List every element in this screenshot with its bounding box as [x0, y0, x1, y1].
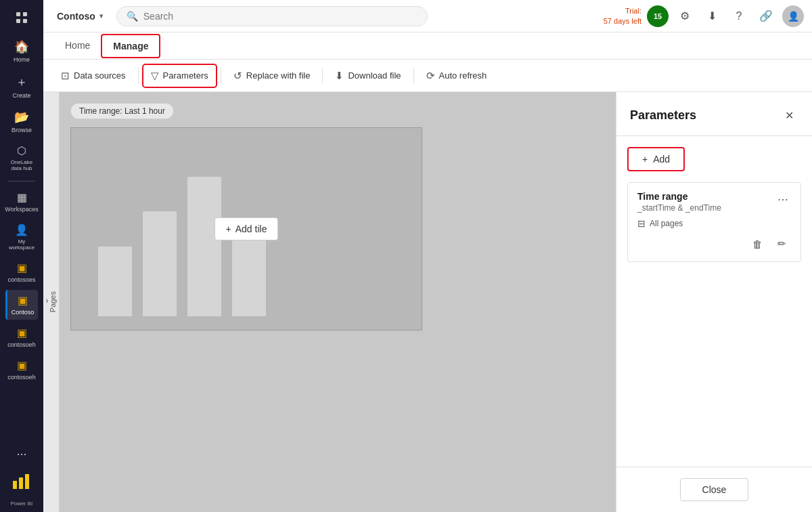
main-area: Contoso ▾ 🔍 Trial: 57 days left 15 ⚙ ⬇ ? — [43, 0, 812, 512]
param-more-icon: ⋯ — [777, 193, 788, 206]
replace-icon: ↺ — [233, 70, 242, 82]
help-button[interactable]: ? — [728, 5, 750, 27]
parameters-panel: Parameters ✕ + Add Time range — [616, 92, 812, 512]
contosoeh1-icon: ▣ — [17, 326, 27, 339]
sidebar-item-myworkspace-label: Myworkspace — [9, 238, 35, 251]
pages-panel[interactable]: › Pages — [43, 92, 60, 512]
sidebar-item-onelake[interactable]: ⬡ OneLakedata hub — [5, 140, 38, 175]
tab-manage[interactable]: Manage — [101, 34, 160, 58]
parameters-button[interactable]: ▽ Parameters — [144, 66, 215, 86]
replace-with-file-button[interactable]: ↺ Replace with file — [227, 66, 317, 86]
chart-bar-1 — [98, 247, 132, 316]
auto-refresh-icon: ⟳ — [426, 70, 435, 82]
contoso-icon: ▣ — [18, 294, 28, 307]
pages-text: Pages — [49, 291, 57, 312]
tab-home[interactable]: Home — [54, 35, 101, 58]
brand-chevron-icon: ▾ — [99, 12, 103, 20]
browse-icon: 📂 — [14, 110, 29, 125]
powerbi-label: Power BI — [11, 500, 32, 507]
toolbar-divider-4 — [413, 68, 414, 84]
sidebar-item-onelake-label: OneLakedata hub — [11, 159, 32, 171]
auto-refresh-label: Auto refresh — [439, 70, 487, 81]
filter-label: Time range: Last 1 hour — [79, 106, 165, 116]
sidebar-item-browse-label: Browse — [12, 127, 32, 133]
delete-icon: 🗑 — [752, 238, 763, 250]
svg-rect-4 — [13, 481, 17, 489]
toolbar-divider-2 — [221, 68, 221, 84]
add-tile-button[interactable]: + Add tile — [215, 217, 279, 240]
search-icon: 🔍 — [127, 11, 138, 22]
sidebar-item-contoso-label: Contoso — [12, 309, 35, 316]
add-plus-icon: + — [642, 154, 648, 165]
param-pages: ⊟ All pages — [637, 218, 791, 229]
params-panel-close-button[interactable]: ✕ — [780, 106, 798, 125]
parameter-item: Time range _startTime & _endTime ⋯ ⊟ All… — [627, 182, 801, 262]
sidebar-item-home-label: Home — [14, 56, 30, 63]
download-button[interactable]: ⬇ — [701, 5, 723, 27]
data-sources-button[interactable]: ⊡ Data sources — [54, 66, 133, 86]
auto-refresh-button[interactable]: ⟳ Auto refresh — [420, 66, 494, 86]
param-description: _startTime & _endTime — [637, 203, 721, 213]
apps-grid-icon[interactable] — [9, 5, 34, 30]
svg-rect-1 — [23, 12, 27, 16]
sidebar-item-create[interactable]: ＋ Create — [5, 70, 38, 103]
brand-name: Contoso — [57, 11, 95, 22]
sidebar-item-browse[interactable]: 📂 Browse — [5, 106, 38, 137]
sidebar-more-button[interactable]: ... — [12, 440, 30, 463]
trial-line1: Trial: — [604, 6, 641, 16]
sidebar-bottom: ... Power BI — [5, 440, 38, 507]
settings-button[interactable]: ⚙ — [674, 5, 696, 27]
share-button[interactable]: 🔗 — [755, 5, 777, 27]
report-canvas: Time range: Last 1 hour + Add tile — [60, 92, 616, 512]
brand-selector[interactable]: Contoso ▾ — [51, 8, 108, 24]
replace-label: Replace with file — [246, 70, 311, 81]
sidebar-item-contosoeh2[interactable]: ▣ contosoeh — [5, 355, 38, 385]
param-name: Time range — [637, 191, 721, 202]
sidebar-item-contosoeh1-label: contosoeh — [7, 341, 36, 348]
params-footer: Close — [616, 467, 812, 512]
sidebar-item-home[interactable]: 🏠 Home — [5, 35, 38, 67]
edit-icon: ✏ — [777, 238, 786, 250]
search-input[interactable] — [143, 11, 418, 22]
sidebar-item-contosoeh1[interactable]: ▣ contosoeh — [5, 322, 38, 352]
sidebar: 🏠 Home ＋ Create 📂 Browse ⬡ OneLakedata h… — [0, 0, 43, 512]
home-icon: 🏠 — [14, 39, 29, 54]
search-bar: 🔍 — [116, 6, 428, 26]
powerbi-logo-container — [5, 465, 38, 498]
chart-bar-3 — [187, 177, 221, 316]
tab-bar: Home Manage — [43, 33, 812, 60]
notif-count: 15 — [654, 12, 662, 20]
sidebar-divider — [8, 181, 35, 182]
data-sources-label: Data sources — [74, 70, 126, 81]
avatar[interactable]: 👤 — [782, 5, 804, 27]
onelake-icon: ⬡ — [17, 144, 26, 157]
sidebar-item-contosoes[interactable]: ▣ contosoes — [5, 257, 38, 287]
data-sources-icon: ⊡ — [61, 70, 70, 82]
filter-badge[interactable]: Time range: Last 1 hour — [70, 103, 174, 119]
topbar: Contoso ▾ 🔍 Trial: 57 days left 15 ⚙ ⬇ ? — [43, 0, 812, 33]
download-file-button[interactable]: ⬇ Download file — [328, 66, 407, 86]
sidebar-item-myworkspace[interactable]: 👤 Myworkspace — [5, 219, 38, 255]
param-pages-label: All pages — [650, 219, 683, 228]
toolbar-divider-1 — [138, 68, 139, 84]
add-label: Add — [653, 154, 670, 165]
svg-rect-2 — [16, 19, 20, 23]
myworkspace-icon: 👤 — [15, 223, 28, 236]
params-close-button[interactable]: Close — [680, 478, 749, 501]
chart-bar-2 — [143, 211, 177, 316]
settings-icon: ⚙ — [680, 9, 690, 22]
add-parameter-button[interactable]: + Add — [627, 147, 685, 171]
create-icon: ＋ — [16, 74, 28, 90]
sidebar-item-workspaces[interactable]: ▦ Workspaces — [5, 187, 38, 217]
sidebar-item-contoso[interactable]: ▣ Contoso — [5, 290, 38, 320]
notifications-button[interactable]: 15 — [647, 5, 669, 27]
toolbar: ⊡ Data sources ▽ Parameters ↺ Replace wi… — [43, 60, 812, 92]
download-file-icon: ⬇ — [335, 70, 344, 82]
download-label: Download file — [348, 70, 401, 81]
sidebar-item-create-label: Create — [12, 92, 30, 99]
avatar-icon: 👤 — [788, 11, 799, 22]
param-more-button[interactable]: ⋯ — [775, 191, 791, 207]
param-delete-button[interactable]: 🗑 — [748, 234, 767, 253]
param-edit-button[interactable]: ✏ — [772, 234, 791, 253]
trial-line2: 57 days left — [604, 16, 641, 26]
